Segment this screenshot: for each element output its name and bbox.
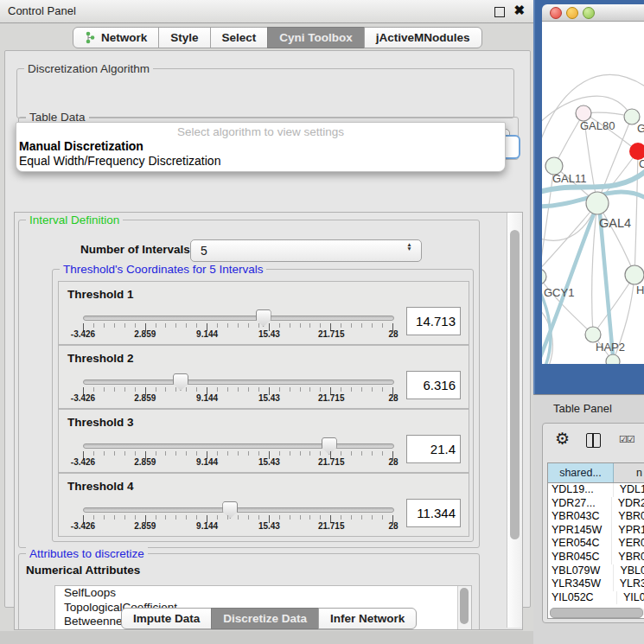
table-header-row: shared... n — [548, 463, 644, 483]
table-horizontal-scrollbar[interactable] — [550, 608, 644, 616]
node-label: G. — [637, 122, 644, 135]
thresholds-group: Threshold's Coordinates for 5 Intervals … — [52, 269, 474, 542]
dropdown-placeholder-option[interactable]: Select algorithm to view settings — [16, 123, 505, 139]
bottom-tab-bar: Impute Data Discretize Data Infer Networ… — [121, 608, 417, 629]
attribute-item[interactable]: SelfLoops — [55, 586, 471, 601]
table-row[interactable]: YBR045CYBR0 — [548, 551, 644, 564]
table-row[interactable]: YPR145WYPR1 — [548, 524, 644, 538]
scale-tick-label: 28 — [388, 521, 398, 531]
tab-network[interactable]: Network — [73, 27, 159, 48]
column-header-shared[interactable]: shared... — [548, 463, 614, 482]
threshold-label: Threshold 2 — [67, 352, 134, 365]
list-scrollbar-thumb[interactable] — [460, 588, 469, 624]
top-tab-bar: Network Style Select Cyni Toolbox jActiv… — [73, 27, 482, 48]
scale-tick-label: 28 — [388, 457, 398, 467]
table-row[interactable]: YLR345WYLR3 — [548, 577, 644, 591]
group-title: Attributes to discretize — [26, 547, 148, 560]
tab-discretize-data[interactable]: Discretize Data — [211, 608, 319, 629]
threshold-1-block: Threshold 1 -3.4262.8599.14415.4321.7152… — [58, 281, 469, 345]
table-row[interactable]: YBR043CYBR0 — [548, 510, 644, 524]
settings-scrollpane: Interval Definition Number of Intervals … — [14, 212, 523, 630]
number-of-intervals-value: 5 — [201, 240, 207, 261]
tab-label: Cyni Toolbox — [279, 28, 353, 48]
slider-scale-labels: -3.4262.8599.14415.4321.71528 — [83, 393, 393, 405]
zoom-traffic-light-icon[interactable] — [583, 7, 595, 19]
tab-style[interactable]: Style — [158, 27, 210, 48]
network-node-gcy1[interactable] — [542, 269, 546, 284]
group-title: Interval Definition — [26, 214, 123, 226]
close-icon[interactable]: ✖ — [513, 3, 525, 18]
table-row[interactable]: YER054CYER0 — [548, 537, 644, 551]
gear-icon[interactable]: ⚙ — [555, 429, 570, 449]
minimize-traffic-light-icon[interactable] — [566, 7, 578, 19]
settings-scrollbar-thumb[interactable] — [510, 230, 520, 539]
close-traffic-light-icon[interactable] — [550, 7, 562, 19]
table-hscrollbar-thumb[interactable] — [550, 608, 643, 618]
number-of-intervals-combobox[interactable]: 5 ▲▼ — [190, 239, 422, 262]
network-canvas[interactable]: GAL80G.CGAL11GAL4GCY1HHAP2 — [542, 22, 644, 364]
bottom-strip — [0, 631, 533, 644]
slider-scale-labels: -3.4262.8599.14415.4321.71528 — [83, 329, 393, 341]
table-body: YDL19...YDL1YDR27...YDR2YBR043CYBR0YPR14… — [548, 483, 644, 604]
dropdown-option-equal-width[interactable]: Equal Width/Frequency Discretization — [16, 154, 505, 169]
tab-label: Network — [101, 28, 147, 48]
network-window-titlebar — [542, 4, 644, 22]
network-node-h[interactable] — [625, 265, 644, 284]
node-label: GAL4 — [599, 216, 631, 230]
threshold-3-slider[interactable] — [83, 443, 394, 449]
tab-infer-network[interactable]: Infer Network — [318, 608, 417, 629]
scale-tick-label: 21.715 — [318, 521, 345, 531]
scale-tick-label: 9.144 — [196, 521, 218, 531]
discretization-algorithm-group: Discretization Algorithm — [16, 68, 514, 118]
threshold-2-value-field[interactable]: 6.316 — [406, 371, 461, 399]
scale-tick-label: -3.426 — [71, 521, 95, 531]
slider-scale-labels: -3.4262.8599.14415.4321.71528 — [83, 521, 393, 533]
interval-definition-group: Interval Definition Number of Intervals … — [18, 220, 480, 548]
scale-tick-label: 15.43 — [258, 393, 280, 403]
threshold-2-slider[interactable] — [83, 379, 394, 385]
threshold-3-block: Threshold 3 -3.4262.8599.14415.4321.7152… — [58, 409, 469, 473]
threshold-4-value-field[interactable]: 11.344 — [406, 499, 461, 527]
checkboxes-icon[interactable]: ☑☑ — [619, 434, 634, 445]
window-title: Control Panel — [8, 4, 76, 17]
table-row[interactable]: YDR27...YDR2 — [548, 497, 644, 511]
tab-impute-data[interactable]: Impute Data — [121, 608, 212, 629]
tab-label: Discretize Data — [223, 609, 307, 628]
scale-tick-label: 15.43 — [258, 457, 280, 467]
threshold-1-slider[interactable] — [83, 316, 394, 321]
list-scrollbar[interactable] — [457, 586, 471, 630]
scale-tick-label: 9.144 — [196, 457, 218, 467]
network-node-unlabeled[interactable] — [606, 354, 620, 364]
scale-tick-label: -3.426 — [71, 393, 95, 403]
threshold-4-block: Threshold 4 -3.4262.8599.14415.4321.7152… — [58, 473, 469, 537]
table-row[interactable]: YIL052CYIL0 — [548, 591, 644, 605]
control-panel-titlebar: Control Panel ✖ — [0, 0, 533, 23]
threshold-4-slider[interactable] — [83, 507, 394, 513]
threshold-3-value-field[interactable]: 21.4 — [406, 435, 461, 463]
table-panel-card: ⚙ ☑☑ shared... n YDL19...YDL1YDR27...YDR… — [542, 423, 644, 623]
columns-icon[interactable] — [586, 433, 601, 448]
float-window-icon[interactable] — [494, 7, 505, 17]
dropdown-option-manual[interactable]: Manual Discretization — [16, 139, 505, 154]
tab-label: Select — [222, 28, 257, 48]
tab-cyni-toolbox[interactable]: Cyni Toolbox — [267, 27, 365, 48]
node-label: GAL11 — [552, 172, 587, 185]
scale-tick-label: -3.426 — [71, 457, 95, 467]
scale-tick-label: 2.859 — [134, 521, 156, 531]
settings-scrollbar[interactable] — [507, 213, 522, 628]
table-row[interactable]: YBL079WYBL0 — [548, 564, 644, 578]
column-header-name[interactable]: n — [614, 463, 644, 482]
scale-tick-label: 2.859 — [134, 457, 156, 467]
threshold-label: Threshold 3 — [67, 416, 134, 429]
threshold-1-value-field[interactable]: 14.713 — [406, 307, 461, 335]
scale-tick-label: 21.715 — [318, 457, 345, 467]
network-node-gal4[interactable] — [586, 192, 609, 214]
threshold-label: Threshold 1 — [67, 288, 134, 301]
numerical-attributes-label: Numerical Attributes — [26, 564, 140, 577]
scale-tick-label: 2.859 — [134, 329, 156, 339]
tab-select[interactable]: Select — [210, 27, 269, 48]
table-row[interactable]: YDL19...YDL1 — [548, 483, 644, 497]
number-of-intervals-label: Number of Intervals — [80, 243, 190, 256]
scale-tick-label: 28 — [388, 393, 398, 403]
tab-jactivemnodules[interactable]: jActiveMNodules — [364, 27, 482, 48]
